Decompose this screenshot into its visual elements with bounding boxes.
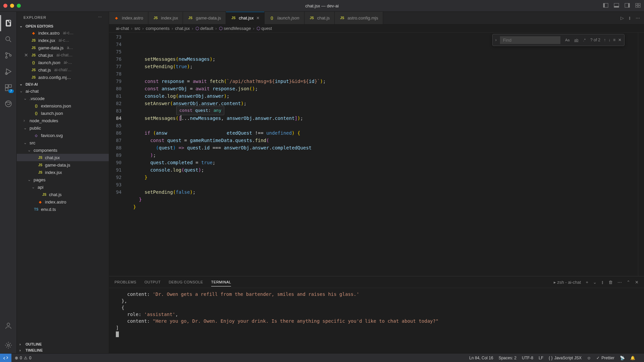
breadcrumb-item[interactable]: ai-chat [116, 26, 129, 31]
close-panel-icon[interactable]: ✕ [635, 280, 639, 285]
editor-tab[interactable]: JS chat.js [305, 12, 335, 24]
editor-tab[interactable]: JS astro.config.mjs [335, 12, 383, 24]
code-editor[interactable]: 7374757677787980818283848586878889909192… [109, 33, 644, 276]
panel-tab[interactable]: DEBUG CONSOLE [169, 280, 203, 284]
match-case-icon[interactable]: Aa [564, 36, 571, 44]
tree-file[interactable]: {}launch.json [17, 109, 109, 117]
breadcrumb[interactable]: ai-chat›src›components›chat.jsx›⬡ defaul… [109, 25, 644, 33]
breadcrumb-item[interactable]: src [134, 26, 140, 31]
maximize-window-button[interactable] [17, 4, 21, 8]
tree-file[interactable]: ◆index.astro [17, 198, 109, 206]
live-server-icon[interactable]: 📡 [620, 356, 625, 360]
edge-activity[interactable] [0, 96, 16, 112]
customize-layout-icon[interactable] [635, 3, 641, 9]
maximize-panel-icon[interactable]: ⌃ [627, 280, 630, 285]
breadcrumb-item[interactable]: components [146, 26, 170, 31]
run-icon[interactable]: ▷ [620, 15, 624, 20]
cursor-position[interactable]: Ln 84, Col 16 [469, 356, 493, 360]
errors-status[interactable]: ⊗0 ⚠0 [15, 356, 31, 360]
open-editor-item[interactable]: {} launch.json ai-… [17, 59, 109, 66]
kill-terminal-icon[interactable]: 🗑 [608, 280, 613, 285]
open-editor-item[interactable]: JS astro.config.mj… [17, 74, 109, 81]
extensions-activity[interactable]: 7 [0, 80, 16, 96]
tree-folder[interactable]: ⌄ai-chat [17, 87, 109, 95]
toggle-secondary-icon[interactable] [625, 3, 630, 9]
settings-activity[interactable] [0, 337, 16, 353]
minimize-window-button[interactable] [10, 4, 14, 8]
breadcrumb-item[interactable]: ⬡ default [195, 26, 214, 31]
find-close-icon[interactable]: ✕ [618, 36, 622, 44]
tree-folder[interactable]: ⌄components [17, 146, 109, 154]
tree-folder[interactable]: ⌄src [17, 139, 109, 146]
toggle-sidebar-icon[interactable] [603, 3, 608, 9]
open-editor-item[interactable]: JS chat.js ai-chat/… [17, 66, 109, 74]
notifications-icon[interactable]: 🔔 [630, 356, 635, 360]
open-editors-header[interactable]: ⌄ OPEN EDITORS [17, 23, 109, 29]
language-status[interactable]: { }JavaScript JSX [549, 356, 582, 360]
eol-status[interactable]: LF [539, 356, 543, 360]
search-activity[interactable] [0, 31, 16, 47]
match-word-icon[interactable]: ab [573, 36, 580, 44]
close-tab-icon[interactable]: × [256, 15, 259, 21]
timeline-header[interactable]: › TIMELINE [17, 347, 109, 353]
prettier-status[interactable]: ✓Prettier [596, 356, 614, 360]
close-icon[interactable]: ✕ [24, 52, 29, 58]
encoding-status[interactable]: UTF-8 [522, 356, 533, 360]
split-terminal-icon[interactable]: ⫿ [601, 280, 604, 285]
editor-tab[interactable]: {} launch.json [265, 12, 305, 24]
minimap[interactable] [638, 33, 644, 276]
tree-file[interactable]: JSchat.jsx [17, 154, 109, 161]
panel-tab[interactable]: TERMINAL [211, 280, 231, 286]
terminal-dropdown-icon[interactable]: ⌄ [593, 280, 597, 285]
more-icon[interactable]: ⋯ [98, 15, 102, 19]
tree-folder[interactable]: ⌄.vscode [17, 95, 109, 102]
close-window-button[interactable] [3, 4, 7, 8]
tree-file[interactable]: TSenv.d.ts [17, 206, 109, 213]
open-editor-item[interactable]: ✕ JS chat.jsx ai-chat… [17, 51, 109, 59]
tree-file[interactable]: JSgame-data.js [17, 161, 109, 169]
toggle-panel-icon[interactable] [614, 3, 619, 9]
more-terminal-icon[interactable]: ⋯ [617, 280, 622, 285]
open-editor-item[interactable]: JS index.jsx ai-c… [17, 37, 109, 44]
split-editor-icon[interactable]: ⫿ [629, 15, 631, 20]
tree-file[interactable]: JSindex.jsx [17, 169, 109, 176]
feedback-icon[interactable]: ☺ [587, 356, 591, 360]
remote-indicator[interactable] [0, 354, 11, 362]
editor-tab[interactable]: JS index.jsx [148, 12, 183, 24]
find-prev-icon[interactable]: ↑ [604, 36, 606, 44]
regex-icon[interactable]: .* [582, 36, 587, 44]
outline-header[interactable]: › OUTLINE [17, 341, 109, 347]
panel-tab[interactable]: PROBLEMS [114, 280, 136, 284]
indent-status[interactable]: Spaces: 2 [499, 356, 516, 360]
tree-file[interactable]: JSchat.js [17, 191, 109, 198]
editor-tab[interactable]: JS chat.jsx × [226, 12, 264, 24]
more-tabs-icon[interactable]: ⋯ [636, 15, 640, 20]
editor-tab[interactable]: JS game-data.js [183, 12, 226, 24]
tree-folder[interactable]: ⌄pages [17, 176, 109, 183]
accounts-activity[interactable] [0, 318, 16, 334]
open-editor-item[interactable]: ◆ index.astro ai-c… [17, 29, 109, 37]
run-debug-activity[interactable] [0, 63, 16, 80]
terminal-content[interactable]: content: 'Dr. Owen gets a refill from th… [109, 288, 644, 353]
find-filter-icon[interactable]: ≡ [613, 36, 615, 44]
terminal-shell-label[interactable]: ▸ zsh - ai-chat [554, 280, 581, 285]
find-input[interactable] [500, 36, 560, 44]
panel-tab[interactable]: OUTPUT [144, 280, 160, 284]
tree-folder[interactable]: ⌄api [17, 183, 109, 191]
new-terminal-icon[interactable]: + [586, 280, 588, 285]
open-editor-item[interactable]: JS game-data.js a… [17, 44, 109, 51]
code-content[interactable]: › Aa ab .* ? of 2 ↑ ↓ ≡ ✕ setM [128, 33, 638, 276]
tree-folder[interactable]: ⌄public [17, 124, 109, 132]
project-header[interactable]: ⌄ DEV-AI [17, 81, 109, 87]
expand-find-icon[interactable]: › [495, 36, 497, 44]
find-next-icon[interactable]: ↓ [608, 36, 610, 44]
tree-file[interactable]: {}extensions.json [17, 102, 109, 109]
source-control-activity[interactable] [0, 47, 16, 63]
breadcrumb-item[interactable]: ⬡ sendMessage [219, 26, 251, 31]
explorer-activity[interactable] [0, 15, 16, 31]
tree-folder[interactable]: ›node_modules [17, 117, 109, 124]
editor-tab[interactable]: ◆ index.astro [109, 12, 148, 24]
tree-file[interactable]: ◇favicon.svg [17, 132, 109, 139]
breadcrumb-item[interactable]: ⬡ quest [257, 26, 272, 31]
breadcrumb-item[interactable]: chat.jsx [175, 26, 190, 31]
